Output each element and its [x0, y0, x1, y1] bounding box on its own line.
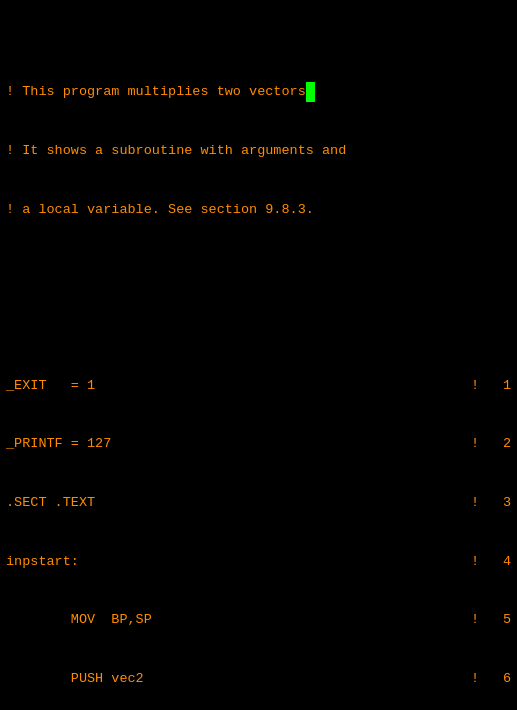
code-line-3: ! a local variable. See section 9.8.3.	[6, 200, 511, 220]
code-editor: ! This program multiplies two vectors ! …	[6, 4, 511, 710]
line-text-6: PUSH vec2	[6, 669, 467, 689]
line-text-1: ! This program multiplies two vectors	[6, 82, 511, 102]
line-text-sect: .SECT .TEXT	[6, 493, 467, 513]
code-line-sect: .SECT .TEXT ! 3	[6, 493, 511, 513]
code-line-1: ! This program multiplies two vectors	[6, 82, 511, 102]
line-text-5: MOV BP,SP	[6, 610, 467, 630]
line-text-printf: _PRINTF = 127	[6, 434, 467, 454]
cursor-block	[306, 82, 315, 102]
line-text-3: ! a local variable. See section 9.8.3.	[6, 200, 511, 220]
code-line-blank1	[6, 278, 511, 298]
code-line-6: PUSH vec2 ! 6	[6, 669, 511, 689]
code-line-printf: _PRINTF = 127 ! 2	[6, 434, 511, 454]
code-line-exit: _EXIT = 1 ! 1	[6, 376, 511, 396]
code-line-inpstart: inpstart: ! 4	[6, 552, 511, 572]
line-text-exit: _EXIT = 1	[6, 376, 467, 396]
line-text-2: ! It shows a subroutine with arguments a…	[6, 141, 511, 161]
code-line-2: ! It shows a subroutine with arguments a…	[6, 141, 511, 161]
line-text-inpstart: inpstart:	[6, 552, 467, 572]
code-line-5: MOV BP,SP ! 5	[6, 610, 511, 630]
